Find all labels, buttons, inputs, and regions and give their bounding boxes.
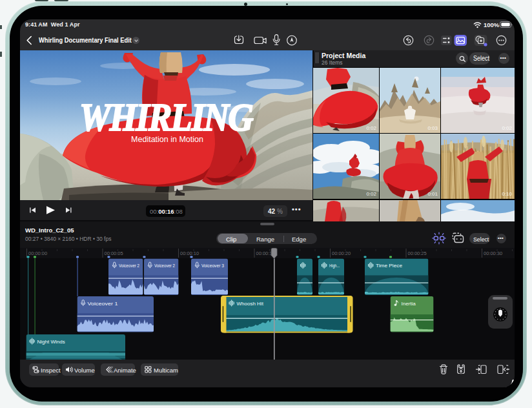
svg-text:Time Piece: Time Piece bbox=[376, 263, 402, 269]
svg-text:0:02: 0:02 bbox=[502, 125, 512, 131]
svg-text:WHIRLING: WHIRLING bbox=[79, 95, 253, 139]
svg-text:0:02: 0:02 bbox=[366, 191, 376, 197]
svg-text:00:00:05: 00:00:05 bbox=[105, 250, 123, 256]
svg-text:00:00:30: 00:00:30 bbox=[484, 250, 502, 256]
svg-text:0:10: 0:10 bbox=[502, 191, 512, 197]
svg-text:Voiceover 3: Voiceover 3 bbox=[201, 263, 224, 269]
svg-text:Meditation in Motion: Meditation in Motion bbox=[131, 135, 203, 144]
svg-text:High...: High... bbox=[329, 263, 340, 269]
svg-text:0:02: 0:02 bbox=[366, 125, 376, 131]
svg-text:0:03: 0:03 bbox=[427, 125, 438, 131]
svg-text:00:00:10: 00:00:10 bbox=[180, 250, 199, 256]
svg-text:Voiceover 2: Voiceover 2 bbox=[154, 263, 175, 269]
svg-text:Whoosh Hit: Whoosh Hit bbox=[237, 301, 264, 307]
svg-text:0:01: 0:01 bbox=[427, 191, 438, 197]
svg-text:00:00:20: 00:00:20 bbox=[332, 250, 351, 256]
svg-text:Inertia: Inertia bbox=[402, 301, 416, 307]
svg-text:Night Winds: Night Winds bbox=[37, 339, 65, 345]
svg-text:00:00:00: 00:00:00 bbox=[28, 250, 47, 256]
svg-text:Voiceover 1: Voiceover 1 bbox=[88, 301, 118, 307]
svg-text:00:00:25: 00:00:25 bbox=[408, 250, 427, 256]
svg-text:100%: 100% bbox=[484, 21, 500, 28]
svg-text:Voiceover 2: Voiceover 2 bbox=[119, 263, 139, 269]
